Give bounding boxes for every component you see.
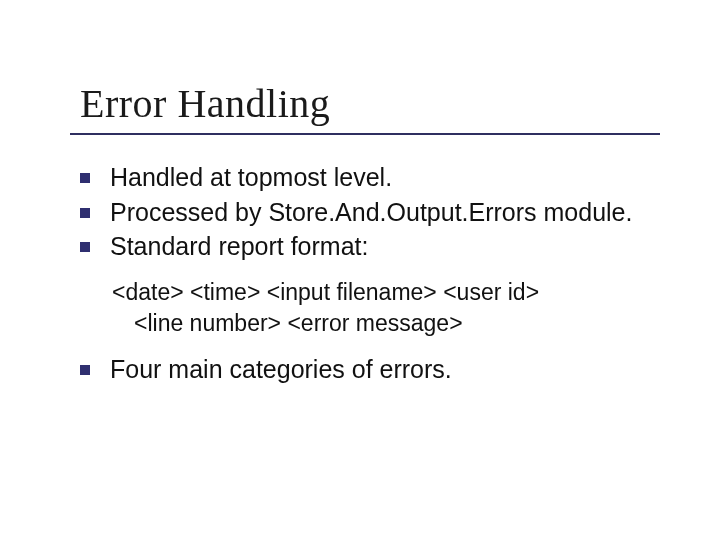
square-bullet-icon <box>80 365 90 375</box>
bullet-text: Four main categories of errors. <box>110 353 660 386</box>
bullet-text: Standard report format: <box>110 230 660 263</box>
report-format-line2: <line number> <error message> <box>134 308 660 339</box>
bullet-text: Processed by Store.And.Output.Errors mod… <box>110 196 660 229</box>
bullet-item: Handled at topmost level. <box>80 161 660 194</box>
square-bullet-icon <box>80 173 90 183</box>
square-bullet-icon <box>80 242 90 252</box>
bullet-text: Handled at topmost level. <box>110 161 660 194</box>
report-format-block: <date> <time> <input filename> <user id>… <box>112 277 660 339</box>
slide: Error Handling Handled at topmost level.… <box>0 0 720 540</box>
bullet-item: Processed by Store.And.Output.Errors mod… <box>80 196 660 229</box>
bullet-item: Standard report format: <box>80 230 660 263</box>
report-format-line1: <date> <time> <input filename> <user id> <box>112 277 660 308</box>
slide-title: Error Handling <box>80 80 660 127</box>
slide-body: Handled at topmost level. Processed by S… <box>80 161 660 385</box>
square-bullet-icon <box>80 208 90 218</box>
bullet-item: Four main categories of errors. <box>80 353 660 386</box>
title-underline-block: Error Handling <box>70 80 660 135</box>
